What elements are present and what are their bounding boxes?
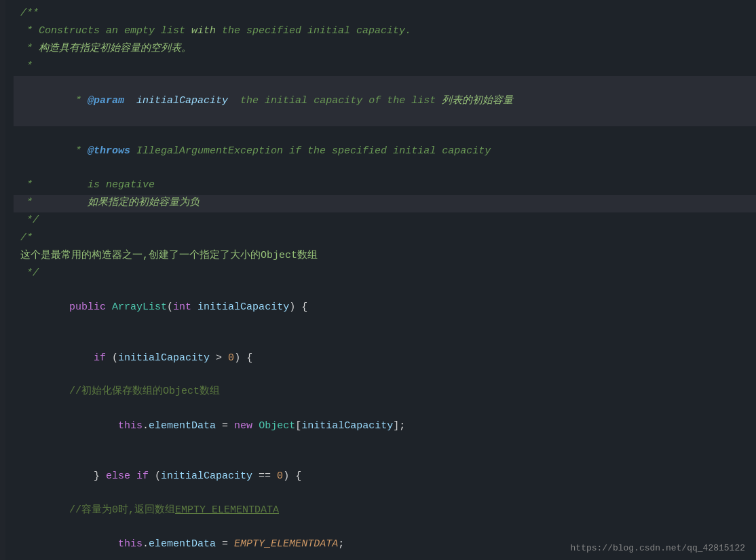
line-6: * @throws IllegalArgumentException if th… — [14, 126, 756, 176]
code-container: /** * Constructs an empty list with the … — [0, 0, 756, 560]
code-text: * @throws IllegalArgumentException if th… — [20, 126, 491, 176]
line-2: * Constructs an empty list with the spec… — [14, 23, 756, 41]
line-17: } else if (initialCapacity == 0) { — [14, 451, 756, 502]
code-text: } else if (initialCapacity == 0) { — [20, 451, 301, 502]
line-5: * @param initialCapacity the initial cap… — [14, 76, 756, 126]
code-text: * is negative — [20, 177, 155, 194]
line-11: 这个是最常用的构造器之一,创建了一个指定了大小的Object数组 — [14, 248, 756, 265]
line-18: //容量为0时,返回数组EMPTY_ELEMENTDATA — [14, 502, 756, 520]
code-text: if (initialCapacity > 0) { — [20, 333, 252, 384]
line-3: * 构造具有指定初始容量的空列表。 — [14, 41, 756, 58]
line-14: if (initialCapacity > 0) { — [14, 333, 756, 384]
code-text: * 如果指定的初始容量为负 — [20, 195, 200, 212]
line-4: * — [14, 58, 756, 76]
url-text: https://blog.csdn.net/qq_42815122 — [571, 543, 745, 553]
code-text: * 构造具有指定初始容量的空列表。 — [20, 41, 191, 58]
line-9: */ — [14, 212, 756, 230]
code-text: //容量为0时,返回数组EMPTY_ELEMENTDATA — [20, 502, 279, 519]
line-8: * 如果指定的初始容量为负 — [14, 195, 756, 212]
code-text: * @param initialCapacity the initial cap… — [20, 76, 513, 126]
line-10: /* — [14, 230, 756, 248]
line-15: //初始化保存数组的Object数组 — [14, 384, 756, 401]
line-7: * is negative — [14, 177, 756, 195]
code-text: /** — [20, 5, 39, 22]
code-text: */ — [20, 265, 39, 282]
url-bar: https://blog.csdn.net/qq_42815122 — [571, 543, 745, 553]
code-text: */ — [20, 212, 39, 229]
left-bar — [0, 0, 5, 560]
code-text: * — [20, 58, 33, 75]
line-1: /** — [14, 5, 756, 23]
code-text: this.elementData = EMPTY_ELEMENTDATA; — [20, 520, 344, 561]
code-text: * Constructs an empty list with the spec… — [20, 23, 411, 40]
line-13: public ArrayList(int initialCapacity) { — [14, 283, 756, 333]
line-16: this.elementData = new Object[initialCap… — [14, 401, 756, 451]
line-19: this.elementData = EMPTY_ELEMENTDATA; — [14, 520, 756, 561]
code-text: public ArrayList(int initialCapacity) { — [20, 283, 307, 333]
code-block: /** * Constructs an empty list with the … — [0, 0, 756, 560]
code-text: 这个是最常用的构造器之一,创建了一个指定了大小的Object数组 — [20, 248, 318, 265]
line-12: */ — [14, 265, 756, 283]
code-text: //初始化保存数组的Object数组 — [20, 384, 220, 400]
code-text: this.elementData = new Object[initialCap… — [20, 401, 405, 451]
code-text: /* — [20, 230, 33, 247]
